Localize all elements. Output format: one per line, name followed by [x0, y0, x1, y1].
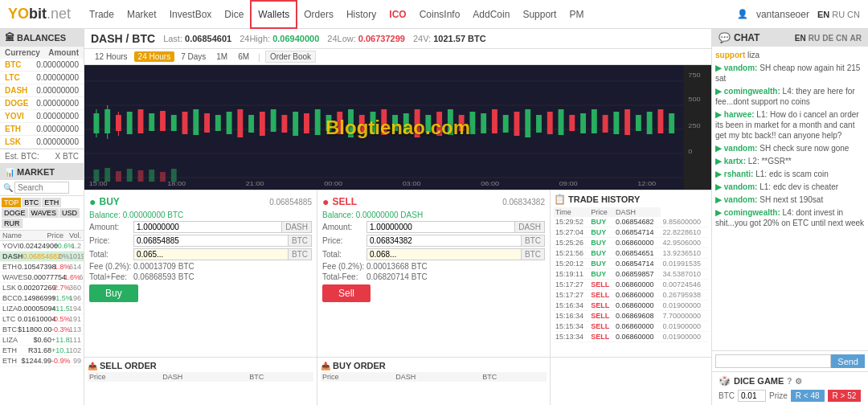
username[interactable]: vantanseoer	[756, 9, 809, 20]
buy-order-header: 📥 BUY ORDER	[321, 361, 547, 370]
chat-message-7: ▶ vandom: L1: edc dev is cheater	[715, 182, 865, 192]
chat-message-0: support liza	[715, 50, 865, 60]
market-row-eth3[interactable]: ETH $1244.99 -0.9% 99	[0, 356, 84, 366]
dice-btc-input[interactable]	[738, 390, 766, 402]
buy-button[interactable]: Buy	[89, 284, 138, 302]
market-search-input[interactable]	[14, 182, 69, 194]
chat-lang-ru[interactable]: RU	[809, 34, 820, 43]
dice-help-icon[interactable]: ?	[787, 377, 792, 386]
chart-vol: 24V: 1021.57 BTC	[413, 34, 486, 43]
svg-rect-32	[293, 112, 298, 136]
svg-text:250: 250	[688, 122, 701, 129]
buy-order-panel: 📥 BUY ORDER Price DASH BTC	[317, 358, 551, 405]
tf-separator: |	[258, 52, 260, 62]
logo[interactable]: YObit.net	[8, 6, 71, 22]
tab-usd[interactable]: USD	[59, 208, 80, 218]
nav-addcoin[interactable]: AddCoin	[466, 0, 516, 29]
sell-total-row: Total: BTC	[322, 248, 545, 260]
tab-btc[interactable]: BTC	[22, 198, 41, 207]
svg-rect-17	[127, 112, 133, 134]
trade-history-row: 15:25:26 BUY 0.06860000 42.9506000	[554, 238, 708, 248]
dice-header: 🎲 DICE GAME ? ⚙	[719, 375, 862, 387]
svg-rect-56	[559, 109, 564, 135]
market-row-eth2[interactable]: ETH R31.68 +10.1 102	[0, 346, 84, 356]
sell-total-input[interactable]	[366, 248, 522, 260]
svg-rect-53	[525, 109, 530, 137]
svg-rect-34	[315, 109, 321, 135]
market-row-liza[interactable]: LIZA 0.00005094 +11.5 194	[0, 304, 84, 314]
buy-total-input[interactable]	[133, 248, 289, 260]
lang-ru[interactable]: RU	[832, 10, 845, 19]
sell-amount-input[interactable]	[366, 221, 515, 233]
chat-lang-en[interactable]: EN	[795, 34, 806, 43]
tab-waves[interactable]: WAVES	[29, 208, 59, 218]
balances-section: 🏛 BALANCES Currency Amount BTC 0.0000000…	[0, 29, 84, 163]
dice-settings-icon[interactable]: ⚙	[795, 377, 802, 386]
trade-history-row: 15:13:34 SELL 0.06860000 0.01900000	[554, 332, 708, 342]
lang-cn[interactable]: CN	[847, 10, 860, 19]
trade-history-panel: 📋 TRADE HISTORY Time Price DASH 15:29:52…	[551, 190, 711, 357]
nav-coinsinfo[interactable]: CoinsInfo	[413, 0, 467, 29]
chat-input[interactable]	[715, 354, 831, 368]
svg-rect-58	[580, 113, 586, 133]
buy-amount-input[interactable]	[133, 221, 282, 233]
svg-rect-73	[160, 172, 166, 182]
market-row-eth[interactable]: ETH 0.10547398 -1.8% 614	[0, 262, 84, 272]
chat-lang-ar[interactable]: AR	[850, 34, 862, 43]
lang-en[interactable]: EN	[817, 10, 829, 19]
nav-investbox[interactable]: InvestBox	[163, 0, 219, 29]
order-book-btn[interactable]: Order Book	[265, 51, 316, 63]
tf-12h[interactable]: 12 Hours	[91, 51, 132, 62]
nav-trade[interactable]: Trade	[83, 0, 121, 29]
chat-send-button[interactable]: Send	[831, 354, 865, 368]
sell-price-input[interactable]	[366, 235, 522, 247]
tf-7d[interactable]: 7 Days	[177, 51, 210, 62]
nav-dice[interactable]: Dice	[218, 0, 250, 29]
svg-text:750: 750	[688, 72, 701, 79]
nav-ico[interactable]: ICO	[383, 0, 412, 29]
chat-message-6: ▶ rshanti: L1: edc is scam coin	[715, 169, 865, 179]
market-row-liza2[interactable]: LIZA $0.60 +11.8 111	[0, 335, 84, 346]
market-row-btc[interactable]: BTC $11800.00 -0.3% 113	[0, 325, 84, 335]
chat-message-4: ▶ vandom: SH check sure now gone	[715, 143, 865, 153]
chat-lang-cn[interactable]: CN	[836, 34, 847, 43]
est-btc: Est. BTC: X BTC	[0, 149, 84, 163]
market-row-waves[interactable]: WAVES 0.00077754 -1.6% 614	[0, 272, 84, 283]
dice-r48-button[interactable]: R < 48	[791, 390, 825, 402]
market-row-lsk[interactable]: LSK 0.00207269 -2.7% 360	[0, 283, 84, 293]
tf-24h[interactable]: 24 Hours	[134, 51, 175, 62]
tab-rur[interactable]: RUR	[2, 219, 23, 228]
market-row-yovi[interactable]: YOVI 0.02424900 +0.6% 1.2	[0, 241, 84, 252]
nav-pm[interactable]: PM	[563, 0, 590, 29]
svg-rect-20	[160, 111, 166, 131]
svg-rect-59	[592, 109, 597, 133]
trade-history-row: 15:27:04 BUY 0.06854714 22.8228610	[554, 227, 708, 238]
tf-1m[interactable]: 1M	[212, 51, 231, 62]
market-row-ltc[interactable]: LTC 0.01610004 -0.5% 191	[0, 314, 84, 325]
nav-wallets[interactable]: Wallets	[250, 0, 297, 29]
tab-doge[interactable]: DOGE	[2, 208, 28, 218]
tab-eth[interactable]: ETH	[42, 198, 61, 207]
sell-icon: ●	[322, 195, 329, 208]
chat-message-1: ▶ vandom: SH cheap now again hit 215 sat	[715, 63, 865, 84]
market-row-bcc[interactable]: BCC 0.14986999 +1.5% 196	[0, 293, 84, 304]
sell-button[interactable]: Sell	[322, 284, 371, 302]
sell-panel: ● SELL 0.06834382 Balance: 0.00000000 DA…	[317, 190, 551, 357]
nav-history[interactable]: History	[340, 0, 383, 29]
chat-lang-de[interactable]: DE	[822, 34, 833, 43]
nav-market[interactable]: Market	[121, 0, 163, 29]
main-nav: Trade Market InvestBox Dice Wallets Orde…	[83, 0, 590, 29]
market-tabs-row: TOP BTC ETH DOGE WAVES USD RUR	[0, 196, 84, 231]
dice-r52-button[interactable]: R > 52	[828, 390, 862, 402]
svg-rect-57	[569, 115, 575, 131]
tf-6m[interactable]: 6M	[234, 51, 253, 62]
svg-rect-22	[182, 112, 188, 134]
chat-lang-selector: EN RU DE CN AR	[795, 34, 862, 43]
tab-top[interactable]: TOP	[2, 198, 21, 207]
nav-support[interactable]: Support	[516, 0, 563, 29]
nav-orders[interactable]: Orders	[297, 0, 340, 29]
buy-price-input[interactable]	[133, 235, 289, 247]
market-row-dash[interactable]: DASH 0.06854682 0% 1019	[0, 252, 84, 262]
svg-rect-65	[657, 109, 663, 133]
chat-message-2: ▶ comingwealth: L4: they are here for fe…	[715, 86, 865, 107]
